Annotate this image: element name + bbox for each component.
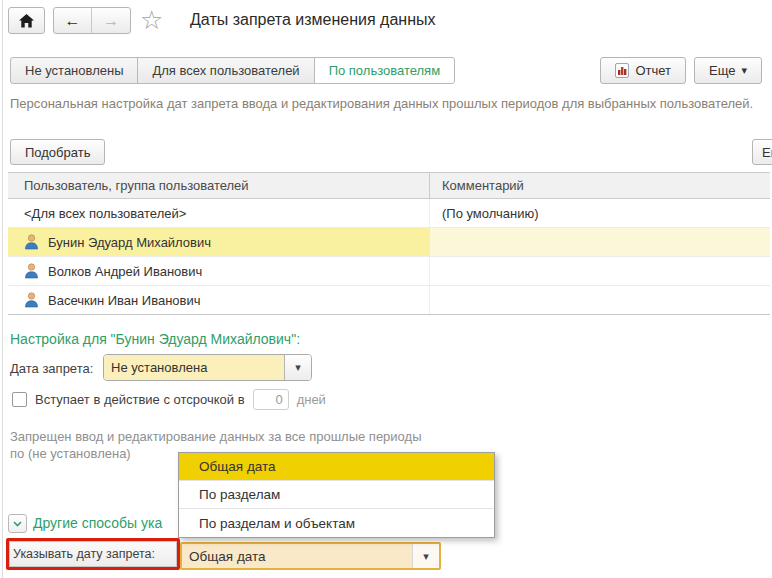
report-button-label: Отчет [635, 63, 671, 78]
page-title: Даты запрета изменения данных [190, 11, 436, 29]
column-header-user[interactable]: Пользователь, группа пользователей [8, 173, 430, 198]
history-nav: ← → [53, 7, 131, 34]
prohibition-date-label: Дата запрета: [10, 361, 93, 376]
cell-user: <Для всех пользователей> [8, 199, 430, 227]
cell-user-text: <Для всех пользователей> [24, 206, 186, 221]
annotation-highlight-box: Указывать дату запрета: [6, 538, 180, 570]
person-icon [24, 292, 39, 308]
cell-user-text: Бунин Эдуард Михайлович [48, 235, 211, 250]
delay-checkbox-label: Вступает в действие с отсрочкой в [35, 392, 245, 407]
table-header: Пользователь, группа пользователей Комме… [8, 172, 770, 199]
cell-comment [430, 228, 770, 256]
more-button[interactable]: Еще ▾ [694, 57, 762, 84]
table-row[interactable]: <Для всех пользователей> (По умолчанию) [8, 199, 770, 228]
chevron-down-icon [13, 521, 22, 527]
cell-user: Бунин Эдуард Михайлович [8, 228, 430, 256]
delay-units-label: дней [297, 392, 326, 407]
cell-user-text: Васечкин Иван Иванович [48, 293, 201, 308]
more-button-label: Еще [709, 63, 735, 78]
prohibition-date-value: Не установлена [104, 355, 284, 380]
top-actions: Отчет Еще ▾ [600, 57, 762, 84]
tab-by-users[interactable]: По пользователям [314, 57, 455, 84]
method-combobox[interactable]: Общая дата ▾ [180, 542, 441, 570]
app-window: ← → ☆ Даты запрета изменения данных Не у… [0, 0, 772, 578]
collapse-toggle-button[interactable] [8, 514, 27, 533]
users-table: Пользователь, группа пользователей Комме… [8, 172, 770, 315]
tab-not-set[interactable]: Не установлены [10, 57, 138, 84]
info-line-1: Запрещен ввод и редактирование данных за… [10, 428, 421, 445]
favorite-star-icon[interactable]: ☆ [140, 6, 163, 34]
cell-user: Васечкин Иван Иванович [8, 286, 430, 314]
delay-checkbox[interactable] [12, 392, 27, 407]
back-button[interactable]: ← [54, 8, 92, 33]
person-icon [24, 234, 39, 250]
pick-users-button[interactable]: Подобрать [10, 139, 105, 165]
settings-heading: Настройка для "Бунин Эдуард Михайлович": [10, 331, 300, 347]
method-label: Указывать дату запрета: [9, 541, 177, 567]
cell-comment [430, 257, 770, 285]
column-header-comment[interactable]: Комментарий [430, 178, 770, 193]
combo-arrow-icon[interactable]: ▾ [412, 544, 439, 568]
report-button[interactable]: Отчет [600, 57, 686, 84]
cell-user: Волков Андрей Иванович [8, 257, 430, 285]
tab-for-all-users[interactable]: Для всех пользователей [137, 57, 314, 84]
home-button[interactable] [8, 7, 45, 34]
home-icon [19, 14, 34, 28]
other-ways-header[interactable]: Другие способы ука [33, 515, 162, 531]
window-edge-divider [2, 0, 3, 578]
dropdown-popup: Общая дата По разделам По разделам и объ… [178, 452, 495, 538]
table-row[interactable]: Васечкин Иван Иванович [8, 286, 770, 315]
combo-arrow-icon[interactable]: ▾ [284, 355, 311, 380]
delay-row: Вступает в действие с отсрочкой в дней [12, 389, 326, 410]
forward-button[interactable]: → [92, 8, 130, 33]
report-icon [615, 63, 629, 78]
dropdown-item-by-sections-objects[interactable]: По разделам и объектам [179, 509, 494, 537]
method-value: Общая дата [182, 544, 412, 568]
table-row-selected[interactable]: Бунин Эдуард Михайлович [8, 228, 770, 257]
dropdown-item-by-sections[interactable]: По разделам [179, 481, 494, 509]
prohibition-date-combobox[interactable]: Не установлена ▾ [103, 354, 312, 381]
person-icon [24, 263, 39, 279]
list-more-button[interactable]: Еще [752, 139, 772, 165]
table-row[interactable]: Волков Андрей Иванович [8, 257, 770, 286]
description-text: Персональная настройка дат запрета ввода… [10, 96, 753, 111]
delay-days-input[interactable] [253, 389, 289, 410]
dropdown-item-common-date[interactable]: Общая дата [179, 453, 494, 481]
cell-user-text: Волков Андрей Иванович [48, 264, 202, 279]
chevron-down-icon: ▾ [741, 64, 747, 77]
view-tabs: Не установлены Для всех пользователей По… [10, 57, 455, 84]
cell-comment [430, 286, 770, 314]
cell-comment: (По умолчанию) [430, 199, 770, 227]
